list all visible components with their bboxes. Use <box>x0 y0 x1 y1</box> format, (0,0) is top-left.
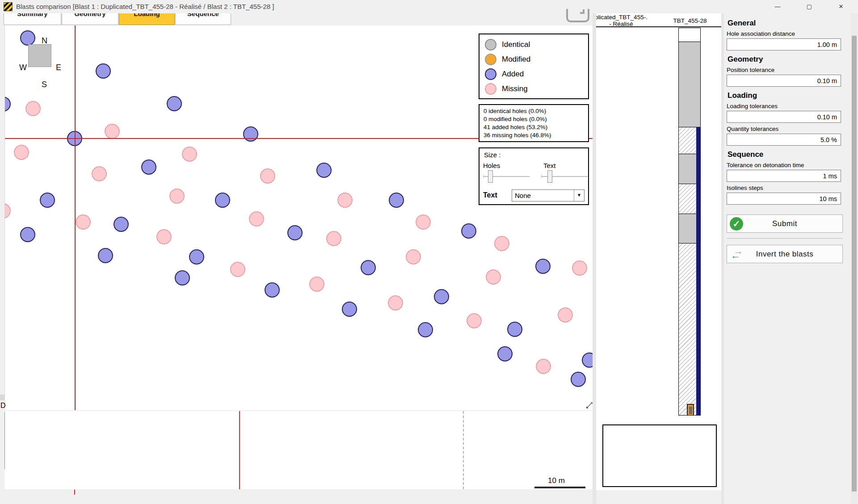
modified-color-icon <box>485 54 496 65</box>
missing-hole <box>326 231 341 246</box>
tab-label: Summary <box>4 13 61 17</box>
missing-hole <box>182 147 197 162</box>
added-hole <box>98 248 113 263</box>
title-bar: Blasts comparison [Blast 1 : Duplicated_… <box>0 0 858 13</box>
panel-separator <box>593 13 596 504</box>
missing-hole <box>230 262 245 277</box>
added-hole <box>141 160 156 175</box>
field-label: Hole association distance <box>727 30 851 37</box>
added-hole <box>265 282 280 298</box>
pane-resize-grip-icon[interactable] <box>585 401 593 409</box>
section-line <box>239 411 240 489</box>
compass-south-label: S <box>42 80 47 89</box>
invert-blasts-button[interactable]: → ← Invert the blasts <box>727 245 843 263</box>
field-label: Isolines steps <box>727 185 851 191</box>
app-window: Blasts comparison [Blast 1 : Duplicated_… <box>0 0 858 504</box>
tab-loading[interactable]: Loading <box>119 13 175 25</box>
missing-hole <box>4 203 11 218</box>
holes-slider-thumb[interactable] <box>488 170 493 183</box>
added-hole <box>114 217 129 232</box>
detonator-inner <box>689 407 692 414</box>
vertical-scrollbar[interactable] <box>851 13 858 504</box>
missing-hole <box>169 189 185 204</box>
expand-arrow-icon <box>580 9 585 14</box>
missing-hole <box>558 307 573 323</box>
added-hole <box>215 193 230 208</box>
legend-box: IdenticalModifiedAddedMissing <box>479 34 589 99</box>
field-label: Position tolerance <box>727 67 851 73</box>
loading-tolerances-input[interactable] <box>727 111 841 123</box>
missing-hole <box>25 101 41 116</box>
missing-hole <box>416 214 431 230</box>
missing-hole <box>105 124 120 139</box>
legend-item-missing: Missing <box>485 81 588 96</box>
compass-north-label: N <box>42 36 47 46</box>
text-slider-thumb[interactable] <box>547 170 552 183</box>
compass-west-label: W <box>19 63 27 72</box>
legend-item-modified: Modified <box>485 52 588 67</box>
field-label: Tolerance on detonation time <box>727 162 851 168</box>
added-hole <box>342 302 357 317</box>
section-heading-sequence: Sequence <box>728 150 851 159</box>
compass-east-label: E <box>56 63 61 72</box>
missing-hole <box>467 313 482 328</box>
missing-hole <box>536 359 551 374</box>
tab-sequence[interactable]: Sequence <box>175 13 231 25</box>
swap-arrows-icon: → ← <box>731 246 747 262</box>
missing-hole <box>406 249 421 265</box>
clipped-label-chip <box>0 395 5 400</box>
expand-view-button[interactable] <box>566 9 589 22</box>
missing-hole <box>260 168 275 184</box>
missing-hole <box>309 277 324 292</box>
text-size-slider[interactable] <box>541 170 588 183</box>
text-slider-label: Text <box>543 162 556 169</box>
submit-button[interactable]: ✓ Submit <box>727 214 843 233</box>
blast1-header-line1: plicated_TBT_455-. <box>596 14 648 21</box>
plan-view-plot[interactable]: N W E S IdenticalModifiedAddedMissing 0 … <box>4 25 593 410</box>
scale-bar <box>534 487 585 488</box>
stats-line: 36 missing holes (46.8%) <box>484 131 588 139</box>
added-hole <box>40 193 55 208</box>
settings-sections: GeneralHole association distanceGeometry… <box>727 19 851 205</box>
close-button[interactable]: ✕ <box>831 0 851 13</box>
missing-hole <box>337 193 353 208</box>
maximize-button[interactable]: ▢ <box>799 0 820 13</box>
settings-panel: GeneralHole association distanceGeometry… <box>724 13 851 504</box>
added-hole <box>571 372 586 387</box>
tab-bar: SummaryGeometryLoadingSequence <box>0 13 601 25</box>
identical-color-icon <box>485 39 496 50</box>
missing-hole <box>494 236 509 251</box>
legend-label: Added <box>502 70 524 79</box>
isolines-steps-input[interactable] <box>727 193 841 205</box>
quantity-tolerances-input[interactable] <box>727 134 841 146</box>
stats-line: 41 added holes (53.2%) <box>484 123 588 131</box>
position-tolerance-input[interactable] <box>727 75 841 87</box>
arrow-left-icon: ← <box>731 250 740 261</box>
tab-label: Sequence <box>176 13 231 17</box>
minimize-button[interactable]: — <box>767 0 788 13</box>
stats-line: 0 identical holes (0.0%) <box>484 107 588 115</box>
dropdown-arrow-icon[interactable]: ▼ <box>574 190 584 201</box>
tab-label: Loading <box>119 13 174 17</box>
tolerance-on-detonation-time-input[interactable] <box>727 170 841 182</box>
text-dropdown[interactable]: None ▼ <box>512 189 585 202</box>
text-dropdown-value: None <box>515 192 531 199</box>
tab-geometry[interactable]: Geometry <box>62 13 118 25</box>
holes-size-slider[interactable] <box>483 170 530 183</box>
added-color-icon <box>485 68 496 80</box>
missing-hole <box>76 214 91 230</box>
check-icon: ✓ <box>730 217 743 231</box>
missing-color-icon <box>485 83 496 95</box>
section-left-axis <box>4 412 5 469</box>
hole-column-panel: plicated_TBT_455-. - Réalisé TBT_455-28 <box>596 13 721 490</box>
clipped-axis-label: D <box>0 402 6 410</box>
legend-label: Identical <box>502 40 530 49</box>
section-view-pane[interactable]: 10 m <box>4 411 593 489</box>
tab-summary[interactable]: Summary <box>4 13 61 25</box>
holes-slider-label: Holes <box>483 162 500 169</box>
hole-association-distance-input[interactable] <box>727 38 841 50</box>
size-controls-box: Size : Holes Text Text None ▼ <box>479 147 589 205</box>
button-separator <box>727 238 843 239</box>
added-hole <box>434 289 449 304</box>
scrollbar-thumb[interactable] <box>852 36 857 491</box>
